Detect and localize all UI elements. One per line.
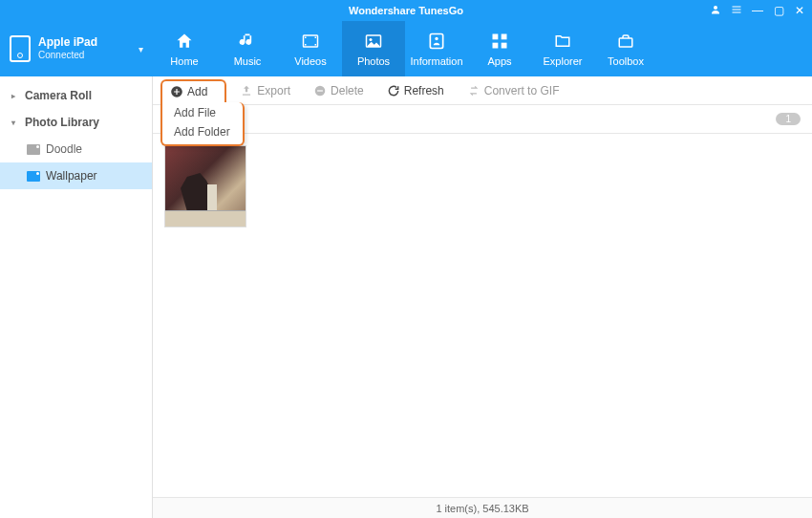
device-status: Connected [38,49,97,62]
picture-icon [27,144,40,155]
nav-photos[interactable]: Photos [342,21,405,76]
sidebar-section-photo-library[interactable]: Photo Library [0,109,152,136]
titlebar: Wondershare TunesGo — ▢ ✕ [0,0,812,21]
convert-gif-button[interactable]: Convert to GIF [458,81,569,100]
sidebar-section-camera-roll[interactable]: Camera Roll [0,82,152,109]
statusbar: 1 item(s), 545.13KB [153,497,812,518]
home-icon [173,31,196,52]
app-title: Wondershare TunesGo [349,5,463,16]
svg-rect-2 [733,9,741,10]
minimize-button[interactable]: — [751,4,764,17]
close-button[interactable]: ✕ [793,4,806,17]
music-icon [236,31,259,52]
status-text: 1 item(s), 545.13KB [436,503,528,514]
toolbar-label: Delete [331,84,364,97]
sidebar-item-doodle[interactable]: Doodle [0,136,152,162]
toolbar: Add Export Delete Refresh Convert to GIF [153,76,812,105]
refresh-button[interactable]: Refresh [377,81,454,100]
count-badge: 1 [776,113,801,125]
main: Add Export Delete Refresh Convert to GIF [153,76,812,518]
dropdown-add-folder[interactable]: Add Folder [162,122,243,141]
toolbar-label: Add [187,85,207,98]
nav-label: Home [170,55,198,67]
delete-button[interactable]: Delete [304,81,374,100]
minus-circle-icon [313,84,327,97]
svg-rect-11 [430,34,442,49]
svg-rect-15 [493,43,499,49]
nav-music[interactable]: Music [216,21,279,76]
device-name: Apple iPad [38,35,97,49]
header: Apple iPad Connected ▾ Home Music Videos… [0,21,812,76]
svg-rect-13 [493,34,499,40]
apps-icon [488,31,511,52]
nav-apps[interactable]: Apps [468,21,531,76]
svg-rect-6 [305,44,307,46]
svg-point-0 [714,6,717,10]
device-ipad-icon [10,35,31,62]
nav-label: Music [234,55,262,67]
toolbar-label: Export [257,84,290,97]
thumbnail-image [207,184,217,211]
folder-icon [551,31,574,52]
svg-rect-5 [305,37,307,39]
svg-rect-17 [619,38,632,47]
nav-label: Apps [487,55,511,67]
toolbar-label: Refresh [404,84,444,97]
device-selector[interactable]: Apple iPad Connected ▾ [0,21,153,76]
svg-point-12 [435,37,438,40]
info-icon [425,31,448,52]
photos-icon [362,31,385,52]
sidebar-label: Photo Library [25,116,99,129]
svg-point-10 [370,38,373,41]
plus-circle-icon [170,85,183,98]
sidebar-label: Camera Roll [25,89,92,102]
sidebar-item-wallpaper[interactable]: Wallpaper [0,162,152,189]
nav-videos[interactable]: Videos [279,21,342,76]
add-button[interactable]: Add [160,79,226,102]
convert-icon [467,84,481,97]
toolbox-icon [614,31,637,52]
device-text: Apple iPad Connected [38,35,97,62]
nav-items: Home Music Videos Photos Information App… [153,21,812,76]
app-window: Wondershare TunesGo — ▢ ✕ Apple iPad Con… [0,0,812,518]
picture-icon [27,171,40,182]
nav-home[interactable]: Home [153,21,216,76]
titlebar-controls: — ▢ ✕ [709,4,806,18]
nav-toolbox[interactable]: Toolbox [594,21,657,76]
refresh-icon [387,84,400,97]
user-icon[interactable] [709,4,722,18]
chevron-down-icon: ▾ [139,44,143,54]
svg-rect-19 [243,94,250,95]
svg-rect-16 [502,43,507,49]
svg-rect-1 [733,6,741,7]
add-dropdown: Add File Add Folder [160,102,245,146]
nav-explorer[interactable]: Explorer [531,21,594,76]
menu-icon[interactable] [730,4,743,18]
svg-rect-21 [317,90,323,91]
breadcrumb-row: 1 [153,105,812,134]
nav-label: Explorer [544,55,583,67]
content-grid [153,134,812,497]
toolbar-label: Convert to GIF [484,84,560,97]
nav-label: Information [410,55,462,67]
photo-thumbnail[interactable] [164,145,246,227]
sidebar-item-label: Doodle [46,142,82,156]
export-icon [240,84,253,97]
maximize-button[interactable]: ▢ [772,4,785,17]
svg-rect-7 [315,37,317,39]
sidebar: Camera Roll Photo Library Doodle Wallpap… [0,76,153,518]
export-button[interactable]: Export [230,81,300,100]
nav-information[interactable]: Information [405,21,468,76]
nav-label: Videos [294,55,326,67]
svg-rect-3 [733,11,741,12]
sidebar-item-label: Wallpaper [46,169,97,183]
dropdown-add-file[interactable]: Add File [162,103,243,122]
svg-rect-8 [315,44,317,46]
svg-rect-14 [502,34,507,40]
nav-label: Toolbox [608,55,644,67]
video-icon [299,31,322,52]
nav-label: Photos [357,55,390,67]
body: Camera Roll Photo Library Doodle Wallpap… [0,76,812,518]
